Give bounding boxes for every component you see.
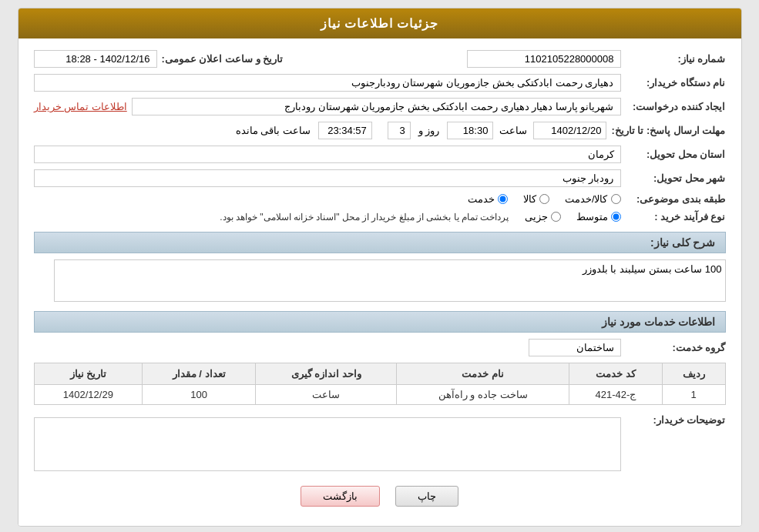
page-header: جزئیات اطلاعات نیاز xyxy=(18,8,741,38)
purchase-type-radio-group: متوسط جزیی پرداخت تمام یا بخشی از مبلغ خ… xyxy=(34,211,621,223)
row-category: طبقه بندی موضوعی: کالا/خدمت کالا خدمت xyxy=(34,193,726,205)
city-value: رودبار جنوب xyxy=(34,169,621,187)
table-header: ردیف کد خدمت نام خدمت واحد اندازه گیری ت… xyxy=(34,363,725,385)
announce-datetime-value: 1402/12/16 - 18:28 xyxy=(34,50,157,68)
col-unit: واحد اندازه گیری xyxy=(256,363,397,385)
row-buyer-notes: توضیحات خریدار: xyxy=(34,414,726,473)
requester-value: شهریانو پارسا دهیار دهیاری رحمت ابادکتکی… xyxy=(132,98,621,115)
row-city: شهر محل تحویل: رودبار جنوب xyxy=(34,169,726,187)
table-row: 1 ج-42-421 ساخت جاده و راه‌آهن ساعت 100 … xyxy=(34,385,725,405)
table-body: 1 ج-42-421 ساخت جاده و راه‌آهن ساعت 100 … xyxy=(34,385,725,405)
remaining-label: ساعت باقی مانده xyxy=(236,125,311,136)
col-date: تاریخ نیاز xyxy=(34,363,143,385)
response-time: 18:30 xyxy=(447,122,493,139)
services-section-title: اطلاعات خدمات مورد نیاز xyxy=(34,311,726,333)
category-option-goods[interactable]: کالا xyxy=(523,193,549,205)
print-button[interactable]: چاپ xyxy=(395,486,458,507)
need-summary-textarea[interactable] xyxy=(54,259,726,302)
buyer-notes-textarea[interactable] xyxy=(34,417,621,471)
row-need-number: شماره نیاز: 1102105228000008 تاریخ و ساع… xyxy=(34,50,726,68)
category-radio-group: کالا/خدمت کالا خدمت xyxy=(34,193,621,205)
cell-date: 1402/12/29 xyxy=(34,385,143,405)
response-days: 3 xyxy=(388,122,411,139)
purchase-type-label: نوع فرآیند خرید : xyxy=(626,211,726,223)
time-label: ساعت xyxy=(499,125,527,136)
col-service-name: نام خدمت xyxy=(397,363,569,385)
page-content: شماره نیاز: 1102105228000008 تاریخ و ساع… xyxy=(18,38,741,526)
row-requester: ایجاد کننده درخواست: شهریانو پارسا دهیار… xyxy=(34,98,726,115)
city-label: شهر محل تحویل: xyxy=(626,172,726,184)
response-remaining: 23:34:57 xyxy=(318,122,372,139)
purchase-type-partial-label: جزیی xyxy=(525,211,548,223)
main-container: جزئیات اطلاعات نیاز شماره نیاز: 11021052… xyxy=(18,8,742,527)
back-button[interactable]: بازگشت xyxy=(301,486,380,507)
category-service-label: خدمت xyxy=(468,193,495,205)
service-group-value: ساختمان xyxy=(529,339,621,356)
row-service-group: گروه خدمت: ساختمان xyxy=(34,339,726,356)
purchase-type-note: پرداخت تمام یا بخشی از مبلغ خریدار از مح… xyxy=(220,212,509,223)
col-qty: تعداد / مقدار xyxy=(143,363,256,385)
cell-unit: ساعت xyxy=(256,385,397,405)
table-header-row: ردیف کد خدمت نام خدمت واحد اندازه گیری ت… xyxy=(34,363,725,385)
requester-label: ایجاد کننده درخواست: xyxy=(626,101,726,112)
category-label: طبقه بندی موضوعی: xyxy=(626,193,726,205)
response-date: 1402/12/20 xyxy=(533,122,606,139)
province-value: کرمان xyxy=(34,146,621,163)
header-title: جزئیات اطلاعات نیاز xyxy=(321,17,439,30)
buyer-notes-label: توضیحات خریدار: xyxy=(626,414,726,426)
cell-service-code: ج-42-421 xyxy=(569,385,663,405)
category-goods-label: کالا xyxy=(523,193,536,205)
col-service-code: کد خدمت xyxy=(569,363,663,385)
category-option-goods-service[interactable]: کالا/خدمت xyxy=(565,193,621,205)
response-deadline-label: مهلت ارسال پاسخ: تا تاریخ: xyxy=(611,125,725,136)
need-number-label: شماره نیاز: xyxy=(626,53,726,65)
row-response-deadline: مهلت ارسال پاسخ: تا تاریخ: 1402/12/20 سا… xyxy=(34,122,726,139)
service-group-label: گروه خدمت: xyxy=(626,342,726,353)
need-number-value: 1102105228000008 xyxy=(467,50,621,68)
announce-datetime-label: تاریخ و ساعت اعلان عمومی: xyxy=(162,53,284,65)
days-label: روز و xyxy=(418,125,440,136)
purchase-type-medium[interactable]: متوسط xyxy=(576,211,621,223)
cell-qty: 100 xyxy=(143,385,256,405)
cell-service-name: ساخت جاده و راه‌آهن xyxy=(397,385,569,405)
row-purchase-type: نوع فرآیند خرید : متوسط جزیی پرداخت تمام… xyxy=(34,211,726,223)
services-table: ردیف کد خدمت نام خدمت واحد اندازه گیری ت… xyxy=(34,363,726,405)
row-need-summary xyxy=(34,259,726,302)
category-goods-service-label: کالا/خدمت xyxy=(565,193,608,205)
button-row: چاپ بازگشت xyxy=(34,486,726,507)
cell-row-num: 1 xyxy=(662,385,725,405)
purchase-type-partial[interactable]: جزیی xyxy=(525,211,561,223)
buyer-org-label: نام دستگاه خریدار: xyxy=(626,77,726,89)
need-summary-area xyxy=(46,259,726,302)
province-label: استان محل تحویل: xyxy=(626,149,726,160)
row-province: استان محل تحویل: کرمان xyxy=(34,146,726,163)
category-option-service[interactable]: خدمت xyxy=(468,193,508,205)
contact-info-link[interactable]: اطلاعات تماس خریدار xyxy=(34,101,127,112)
need-summary-section-title: شرح کلی نیاز: xyxy=(34,232,726,253)
buyer-notes-area xyxy=(34,414,621,473)
col-row-num: ردیف xyxy=(662,363,725,385)
purchase-type-medium-label: متوسط xyxy=(576,211,608,223)
buyer-org-value: دهیاری رحمت ابادکتکی بخش جازموریان شهرست… xyxy=(34,74,621,92)
row-buyer-org: نام دستگاه خریدار: دهیاری رحمت ابادکتکی … xyxy=(34,74,726,92)
